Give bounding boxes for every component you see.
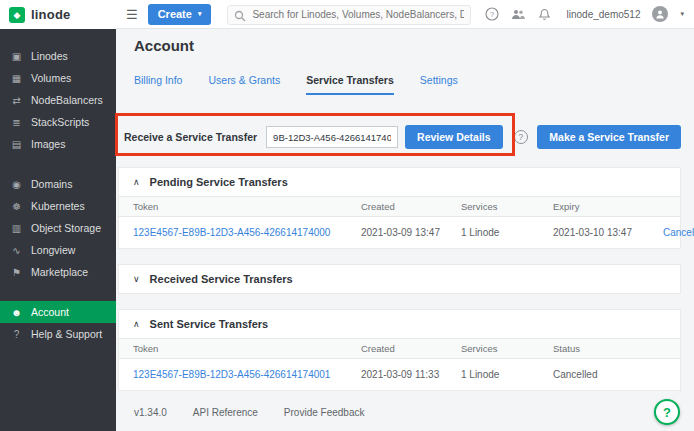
search-input[interactable] [227,5,470,25]
section-title: Sent Service Transfers [150,318,269,330]
linodes-icon: ▣ [10,51,23,62]
review-details-button[interactable]: Review Details [405,125,503,149]
sidebar-item-help-support[interactable]: ? Help & Support [0,323,116,345]
pending-transfers-card: ∧ Pending Service Transfers Token Create… [118,167,681,249]
volumes-icon: ▦ [10,73,23,84]
tab-billing-info[interactable]: Billing Info [134,74,182,95]
footer: v1.34.0 API Reference Provide Feedback [134,407,681,418]
services-cell: 1 Linode [461,227,553,238]
make-service-transfer-button[interactable]: Make a Service Transfer [537,125,681,149]
token-help-icon[interactable]: ? [514,130,528,144]
topbar: ☰ Create ▾ ? linode_demo512 ▾ [116,0,694,29]
column-header-expiry: Expiry [553,201,663,212]
community-icon[interactable] [511,8,526,20]
help-icon[interactable]: ? [485,7,499,21]
sidebar-item-marketplace[interactable]: ⚑ Marketplace [0,261,116,283]
received-transfers-card: ∨ Received Service Transfers [118,264,681,294]
kubernetes-icon: ☸ [10,201,23,212]
svg-text:?: ? [489,10,494,19]
sidebar-item-domains[interactable]: ◉ Domains [0,173,116,195]
pending-table-header: Token Created Services Expiry [119,196,680,217]
notifications-bell-icon[interactable] [538,8,551,21]
column-header-created: Created [361,201,461,212]
topbar-icons: ? linode_demo512 ▾ [485,6,684,22]
receive-transfer-label: Receive a Service Transfer [124,131,257,143]
chevron-down-icon: ▾ [198,10,202,17]
created-cell: 2021-03-09 11:33 [361,369,461,380]
collapse-chevron-icon[interactable]: ∧ [133,320,140,329]
version-label: v1.34.0 [134,407,167,418]
transfer-token-input[interactable] [266,126,398,148]
collapse-chevron-icon[interactable]: ∧ [133,178,140,187]
avatar[interactable] [652,6,668,22]
page-title: Account [134,37,681,54]
transfer-token-link[interactable]: 123E4567-E89B-12D3-A456-426614174000 [133,227,361,238]
column-header-services: Services [461,343,553,354]
expiry-cell: 2021-03-10 13:47 [553,227,663,238]
search-icon [234,8,246,26]
sidebar-item-longview[interactable]: ∿ Longview [0,239,116,261]
sidebar-item-label: Images [31,138,65,150]
account-icon: ☻ [10,307,23,318]
create-button[interactable]: Create ▾ [148,4,212,25]
sidebar-item-volumes[interactable]: ▦ Volumes [0,67,116,89]
linode-logo-icon: ◆ [9,7,25,23]
column-header-created: Created [361,343,461,354]
services-cell: 1 Linode [461,369,553,380]
sidebar-item-label: NodeBalancers [31,94,103,106]
receive-transfer-row: Receive a Service Transfer Review Detail… [124,125,681,149]
sent-table-header: Token Created Services Status [119,338,680,359]
sidebar-item-account[interactable]: ☻ Account [0,301,116,323]
username-label[interactable]: linode_demo512 [567,9,641,20]
linode-logo[interactable]: ◆ linode [0,0,116,29]
sidebar-item-nodebalancers[interactable]: ⇄ NodeBalancers [0,89,116,111]
sent-transfers-card: ∧ Sent Service Transfers Token Created S… [118,309,681,391]
pending-transfers-header[interactable]: ∧ Pending Service Transfers [119,168,680,196]
section-title: Received Service Transfers [150,273,293,285]
column-header-token: Token [133,343,361,354]
longview-icon: ∿ [10,245,23,256]
table-row: 123E4567-E89B-12D3-A456-426614174001 202… [119,359,680,390]
nodebalancers-icon: ⇄ [10,95,23,106]
tab-service-transfers[interactable]: Service Transfers [306,74,394,95]
cancel-transfer-link[interactable]: Cancel [663,227,694,238]
help-beacon-button[interactable]: ? [654,399,680,425]
sidebar-item-stackscripts[interactable]: ≣ StackScripts [0,111,116,133]
sidebar-item-linodes[interactable]: ▣ Linodes [0,45,116,67]
sidebar-item-label: Domains [31,178,72,190]
sidebar-item-label: Kubernetes [31,200,85,212]
main-content: Account Billing Info Users & Grants Serv… [116,29,694,431]
tab-settings[interactable]: Settings [420,74,458,95]
logo-text: linode [31,7,70,22]
sidebar-item-kubernetes[interactable]: ☸ Kubernetes [0,195,116,217]
sidebar-item-label: Help & Support [31,328,102,340]
menu-icon[interactable]: ☰ [126,8,138,21]
column-header-token: Token [133,201,361,212]
sidebar: ◆ linode ▣ Linodes ▦ Volumes ⇄ NodeBalan… [0,0,116,431]
expand-chevron-icon[interactable]: ∨ [133,275,140,284]
tab-users-grants[interactable]: Users & Grants [208,74,280,95]
sidebar-item-label: Linodes [31,50,68,62]
help-support-icon: ? [10,329,23,340]
transfer-token-link[interactable]: 123E4567-E89B-12D3-A456-426614174001 [133,369,361,380]
images-icon: ▤ [10,139,23,150]
provide-feedback-link[interactable]: Provide Feedback [284,407,365,418]
column-header-status: Status [553,343,666,354]
sidebar-nav: ▣ Linodes ▦ Volumes ⇄ NodeBalancers ≣ St… [0,45,116,345]
create-button-label: Create [158,8,192,20]
sent-transfers-header[interactable]: ∧ Sent Service Transfers [119,310,680,338]
status-cell: Cancelled [553,369,666,380]
sidebar-item-label: Account [31,306,69,318]
api-reference-link[interactable]: API Reference [193,407,258,418]
marketplace-icon: ⚑ [10,267,23,278]
sidebar-item-label: Longview [31,244,75,256]
sidebar-item-images[interactable]: ▤ Images [0,133,116,155]
user-menu-chevron-icon[interactable]: ▾ [680,10,684,18]
sidebar-item-label: Volumes [31,72,71,84]
object-storage-icon: ▥ [10,223,23,234]
sidebar-item-object-storage[interactable]: ▥ Object Storage [0,217,116,239]
stackscripts-icon: ≣ [10,117,23,128]
received-transfers-header[interactable]: ∨ Received Service Transfers [119,265,680,293]
sidebar-item-label: Marketplace [31,266,88,278]
column-header-services: Services [461,201,553,212]
